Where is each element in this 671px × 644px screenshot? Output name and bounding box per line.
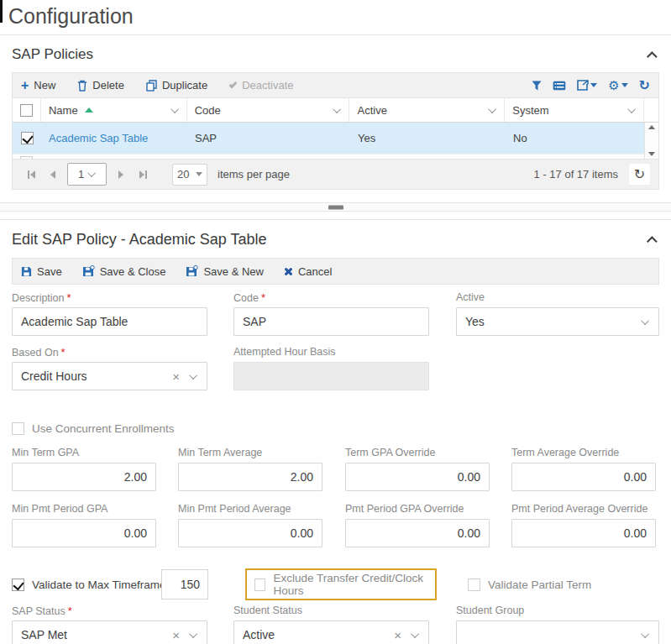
use-concurrent-enrollments-checkbox[interactable]: Use Concurrent Enrollments bbox=[12, 422, 175, 435]
sap-policies-panel: SAP Policies + New Delete Duplicate bbox=[0, 35, 671, 190]
collapse-panel-icon[interactable] bbox=[647, 236, 658, 247]
min-term-gpa-field[interactable] bbox=[12, 463, 156, 491]
chevron-down-icon bbox=[590, 83, 597, 87]
next-page-button[interactable] bbox=[110, 164, 132, 185]
description-label: Description bbox=[12, 292, 65, 304]
column-header-active[interactable]: Active bbox=[349, 98, 505, 122]
based-on-label: Based On bbox=[12, 347, 59, 359]
grid-pager: 1 20 items per page 1 - 17 of 17 items ↻ bbox=[12, 159, 659, 190]
refresh-icon[interactable]: ↻ bbox=[639, 79, 650, 92]
code-field[interactable] bbox=[233, 307, 429, 336]
student-group-select[interactable] bbox=[456, 620, 659, 644]
trash-icon bbox=[77, 80, 87, 92]
collapse-panel-icon[interactable] bbox=[647, 51, 658, 62]
min-pmt-period-gpa-label: Min Pmt Period GPA bbox=[12, 503, 156, 516]
refresh-icon: ↻ bbox=[634, 166, 645, 182]
column-menu-chevron-icon[interactable] bbox=[627, 105, 636, 113]
column-menu-icon[interactable] bbox=[553, 81, 566, 91]
clipped-next-row bbox=[13, 154, 658, 159]
column-header-code[interactable]: Code bbox=[187, 98, 350, 122]
filter-icon[interactable] bbox=[532, 81, 542, 91]
policy-name-link[interactable]: Academic Sap Table bbox=[49, 132, 148, 144]
vertical-scrollbar[interactable] bbox=[644, 123, 658, 159]
column-header-name[interactable]: Name bbox=[41, 98, 187, 122]
cancel-button[interactable]: Cancel bbox=[284, 265, 332, 278]
save-and-close-button[interactable]: Save & Close bbox=[82, 265, 166, 278]
clear-icon[interactable]: × bbox=[394, 629, 401, 641]
check-icon bbox=[229, 80, 238, 88]
term-gpa-override-field[interactable] bbox=[345, 463, 490, 491]
plus-icon: + bbox=[21, 79, 29, 92]
items-per-page-label: items per page bbox=[218, 168, 290, 181]
validate-max-timeframe-checkbox[interactable] bbox=[12, 579, 24, 591]
max-timeframe-percent-field[interactable] bbox=[161, 569, 208, 599]
sap-status-combo[interactable]: SAP Met × bbox=[12, 620, 207, 644]
scroll-down-icon[interactable] bbox=[648, 152, 655, 156]
refresh-button[interactable]: ↻ bbox=[628, 163, 651, 186]
validate-max-timeframe-group: Validate to Max Timeframe Of (%) bbox=[12, 568, 208, 600]
policies-grid: Name Code Active System bbox=[12, 98, 659, 159]
checkbox-icon[interactable] bbox=[12, 422, 24, 435]
student-status-combo[interactable]: Active × bbox=[233, 620, 429, 644]
page-title: Configuration bbox=[8, 4, 671, 29]
clear-icon[interactable]: × bbox=[172, 370, 180, 383]
scroll-up-icon[interactable] bbox=[648, 125, 655, 129]
min-term-average-label: Min Term Average bbox=[178, 447, 322, 460]
column-menu-chevron-icon[interactable] bbox=[170, 105, 179, 113]
page-size-select[interactable]: 20 bbox=[172, 164, 207, 186]
previous-page-button[interactable] bbox=[42, 164, 64, 185]
chevron-down-icon bbox=[641, 317, 649, 325]
last-page-button[interactable] bbox=[132, 164, 154, 185]
edit-toolbar: Save Save & Close Save & New Cancel bbox=[12, 258, 659, 285]
pager-range-text: 1 - 17 of 17 items bbox=[534, 168, 618, 181]
copy-icon bbox=[146, 80, 157, 92]
pmt-period-gpa-override-field[interactable] bbox=[345, 519, 490, 547]
save-and-new-button[interactable]: Save & New bbox=[186, 265, 264, 278]
required-marker: * bbox=[261, 291, 265, 304]
pmt-period-gpa-override-label: Pmt Period GPA Override bbox=[345, 503, 490, 516]
exclude-transfer-highlight-box: Exclude Transfer Credit/Clock Hours bbox=[245, 568, 437, 600]
pmt-period-average-override-field[interactable] bbox=[511, 519, 656, 547]
description-field[interactable] bbox=[12, 307, 207, 336]
exclude-transfer-checkbox[interactable] bbox=[254, 579, 265, 591]
min-pmt-period-average-field[interactable] bbox=[178, 519, 322, 547]
panel-splitter[interactable] bbox=[0, 202, 671, 212]
edit-panel-title: Edit SAP Policy - Academic Sap Table bbox=[12, 231, 267, 249]
based-on-combo[interactable]: Credit Hours × bbox=[12, 362, 207, 390]
page-select[interactable]: 1 bbox=[67, 163, 107, 186]
active-select[interactable]: Yes bbox=[456, 307, 659, 336]
export-icon[interactable] bbox=[577, 80, 597, 91]
required-marker: * bbox=[67, 291, 71, 304]
duplicate-button[interactable]: Duplicate bbox=[146, 79, 207, 92]
page-header: Configuration bbox=[0, 0, 671, 35]
row-checkbox[interactable] bbox=[21, 132, 34, 144]
min-pmt-period-gpa-field[interactable] bbox=[12, 519, 156, 547]
sort-ascending-icon bbox=[85, 107, 93, 113]
min-pmt-period-average-label: Min Pmt Period Average bbox=[178, 503, 322, 516]
table-row[interactable]: Academic Sap Table SAP Yes No bbox=[13, 123, 658, 154]
grid-header-row: Name Code Active System bbox=[13, 98, 658, 123]
select-all-checkbox[interactable] bbox=[20, 104, 33, 117]
term-average-override-field[interactable] bbox=[511, 463, 656, 491]
chevron-down-icon bbox=[411, 630, 419, 638]
validate-partial-term-checkbox[interactable] bbox=[468, 579, 480, 591]
settings-icon[interactable]: ⚙ bbox=[608, 79, 627, 92]
column-header-system[interactable]: System bbox=[505, 98, 644, 122]
splitter-handle-icon[interactable] bbox=[328, 205, 343, 209]
save-button[interactable]: Save bbox=[21, 265, 62, 278]
student-status-label: Student Status bbox=[233, 605, 429, 618]
first-page-button[interactable] bbox=[20, 164, 42, 185]
save-icon bbox=[21, 266, 32, 277]
delete-button[interactable]: Delete bbox=[77, 79, 124, 92]
column-menu-chevron-icon[interactable] bbox=[333, 105, 342, 113]
deactivate-button[interactable]: Deactivate bbox=[229, 79, 293, 92]
grid-toolbar: + New Delete Duplicate Deactivate bbox=[12, 72, 659, 98]
column-menu-chevron-icon[interactable] bbox=[488, 105, 496, 113]
term-gpa-override-label: Term GPA Override bbox=[345, 447, 490, 460]
clear-icon[interactable]: × bbox=[172, 629, 180, 641]
chevron-down-icon bbox=[641, 630, 649, 638]
min-term-average-field[interactable] bbox=[178, 463, 322, 491]
sap-status-label: SAP Status bbox=[12, 605, 66, 617]
new-button[interactable]: + New bbox=[21, 79, 55, 92]
chevron-down-icon bbox=[189, 371, 197, 380]
